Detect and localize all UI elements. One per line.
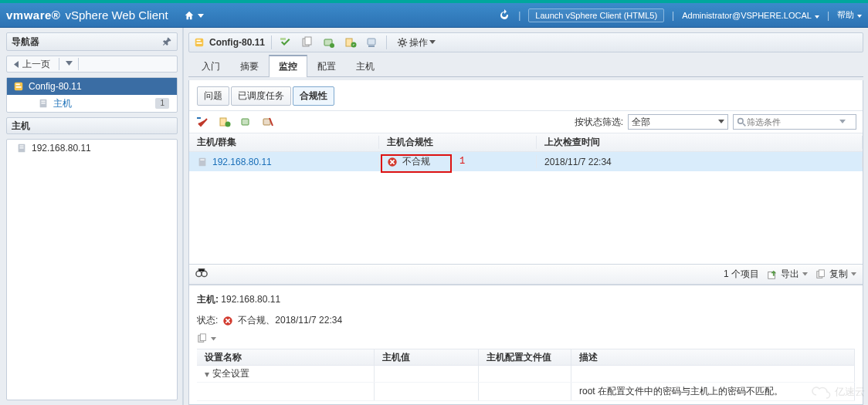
brand-vmware: vmware® — [6, 8, 60, 22]
back-navigation: 上一页 — [6, 56, 178, 73]
detail-pane: 主机: 192.168.80.11 状态: 不合规、2018/11/7 22:3… — [189, 284, 863, 404]
svg-rect-8 — [19, 147, 23, 148]
detail-host-title: 主机: 192.168.80.11 — [197, 293, 855, 306]
error-icon — [387, 157, 398, 167]
chevron-down-icon — [857, 15, 862, 18]
tool-attach-icon[interactable] — [239, 114, 254, 130]
nav-tree: Config-80.11 主机 1 — [6, 77, 178, 113]
brand: vmware® vSphere Web Client — [6, 8, 168, 22]
tool-detach-icon[interactable] — [260, 114, 276, 130]
subtab-issues[interactable]: 问题 — [197, 86, 229, 106]
tab-configure[interactable]: 配置 — [307, 56, 346, 77]
toolbar-attach-icon[interactable] — [321, 35, 337, 50]
svg-rect-37 — [199, 157, 206, 166]
tab-summary[interactable]: 摘要 — [230, 56, 269, 77]
state-filter-select[interactable]: 全部 — [628, 114, 728, 130]
subtab-compliance[interactable]: 合规性 — [293, 86, 334, 106]
svg-rect-14 — [305, 37, 311, 45]
chevron-down-icon — [211, 337, 216, 341]
host-list-item[interactable]: 192.168.80.11 — [7, 140, 177, 157]
grid-header: 主机/群集 主机合规性 上次检查时间 — [189, 133, 863, 151]
object-toolbar: Config-80.11 操作 — [188, 32, 863, 52]
toolbar-check-compliance-icon[interactable] — [343, 35, 358, 50]
home-button[interactable] — [184, 10, 204, 21]
tree-item-hosts[interactable]: 主机 1 — [7, 95, 177, 112]
find-icon[interactable] — [195, 268, 208, 281]
header-right: | Launch vSphere Client (HTML5) | Admini… — [498, 8, 862, 22]
svg-rect-32 — [242, 119, 249, 125]
svg-rect-1 — [16, 84, 20, 86]
actions-menu[interactable]: 操作 — [393, 35, 439, 51]
filter-search-input[interactable] — [747, 117, 839, 127]
fold-icon[interactable]: ▾ — [205, 369, 209, 380]
detail-state: 状态: 不合规、2018/11/7 22:34 — [197, 314, 855, 327]
toolbar-copy-profile-icon[interactable] — [300, 35, 315, 50]
tab-getting-started[interactable]: 入门 — [192, 56, 230, 77]
detail-issue-row[interactable]: root 在配置文件中的密码与主机上的密码不匹配。 — [197, 383, 855, 401]
subtab-scheduled[interactable]: 已调度任务 — [231, 86, 291, 106]
svg-line-27 — [405, 45, 405, 46]
grid-footer: 1 个项目 导出 复制 — [189, 264, 863, 284]
chevron-down-icon — [718, 120, 724, 124]
export-button[interactable]: 导出 — [767, 268, 808, 281]
dcol-desc[interactable]: 描述 — [571, 349, 855, 365]
refresh-icon[interactable] — [498, 9, 510, 22]
col-host[interactable]: 主机/群集 — [189, 136, 379, 149]
svg-rect-44 — [819, 269, 824, 276]
pin-icon[interactable] — [163, 36, 172, 48]
main-area: Config-80.11 操作 入门 摘要 监控 配置 主机 问题 — [184, 28, 868, 405]
tab-monitor[interactable]: 监控 — [269, 55, 307, 77]
back-button[interactable]: 上一页 — [8, 57, 56, 71]
svg-rect-10 — [197, 40, 201, 42]
toolbar-check-icon[interactable] — [278, 35, 293, 50]
svg-line-36 — [743, 123, 745, 126]
chevron-down-icon — [815, 15, 819, 19]
grid-row-host-link[interactable]: 192.168.80.11 — [212, 157, 272, 167]
home-menu-caret-icon — [198, 10, 204, 21]
hosts-panel-title: 主机 — [6, 117, 178, 134]
detail-copy-menu[interactable] — [197, 333, 855, 344]
sidebar-title-bar: 导航器 — [6, 32, 178, 51]
object-title: Config-80.11 — [194, 37, 265, 48]
grid-row[interactable]: 192.168.80.11 不合规 2018/11/7 22:34 — [189, 151, 863, 171]
tab-hosts[interactable]: 主机 — [346, 56, 385, 77]
toolbar-remediate-icon[interactable] — [364, 35, 380, 50]
annotation-num-1: 1 — [459, 156, 465, 167]
svg-line-28 — [399, 45, 400, 46]
svg-point-21 — [400, 40, 404, 44]
col-time[interactable]: 上次检查时间 — [537, 136, 863, 149]
detail-category-row[interactable]: ▾安全设置 — [197, 366, 855, 383]
error-icon — [222, 316, 233, 326]
hosts-list: 192.168.80.11 — [6, 139, 178, 400]
svg-rect-38 — [200, 159, 204, 160]
svg-point-35 — [738, 118, 744, 123]
svg-line-29 — [405, 39, 405, 40]
dcol-profileval[interactable]: 主机配置文件值 — [479, 349, 571, 365]
tool-remediate-icon[interactable] — [217, 114, 232, 130]
tree-item-hosts-link[interactable]: 主机 — [53, 97, 72, 110]
svg-rect-5 — [41, 103, 45, 103]
detail-grid-header: 设置名称 主机值 主机配置文件值 描述 — [197, 349, 855, 366]
chevron-down-icon — [839, 120, 846, 124]
svg-point-16 — [330, 43, 334, 48]
help-menu[interactable]: 帮助 — [837, 9, 862, 21]
main-tabs: 入门 摘要 监控 配置 主机 — [188, 56, 863, 77]
svg-rect-4 — [41, 101, 45, 102]
tool-check-icon[interactable] — [195, 114, 211, 130]
svg-rect-47 — [200, 334, 205, 341]
svg-rect-33 — [263, 119, 270, 125]
item-count: 1 个项目 — [724, 268, 759, 281]
copy-button[interactable]: 复制 — [815, 268, 856, 281]
svg-point-40 — [196, 271, 202, 276]
filter-search[interactable] — [733, 114, 856, 130]
history-dropdown[interactable] — [63, 61, 75, 67]
dcol-setting[interactable]: 设置名称 — [197, 349, 375, 365]
user-menu[interactable]: Administrator@VSPHERE.LOCAL — [682, 11, 819, 20]
launch-html5-button[interactable]: Launch vSphere Client (HTML5) — [528, 8, 664, 22]
tree-item-config[interactable]: Config-80.11 — [7, 78, 177, 95]
svg-rect-2 — [16, 86, 22, 88]
host-icon — [38, 98, 49, 109]
dcol-hostval[interactable]: 主机值 — [375, 349, 479, 365]
svg-rect-11 — [197, 42, 202, 44]
col-compliance[interactable]: 主机合规性 — [379, 136, 537, 149]
